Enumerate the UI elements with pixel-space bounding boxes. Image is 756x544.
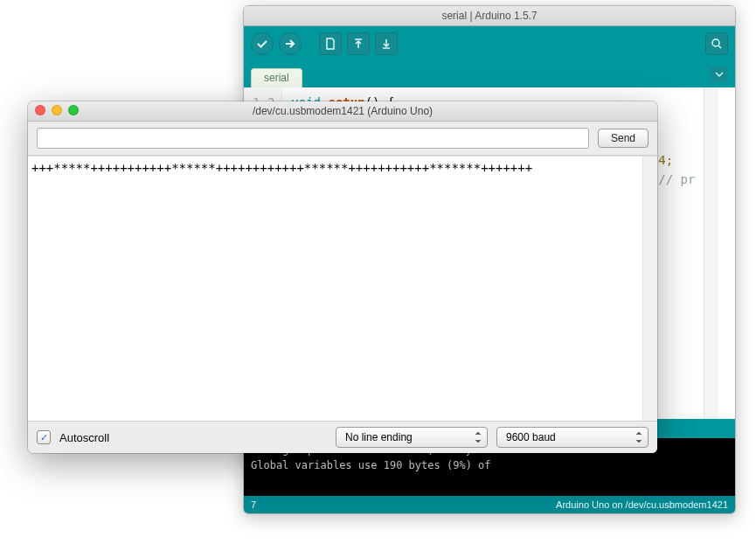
serial-output-area: +++*****+++++++++++******++++++++++++***…	[28, 156, 657, 421]
arrow-right-icon	[284, 38, 296, 50]
ide-tabbar: serial	[244, 61, 735, 87]
serial-bottom-bar: ✓ Autoscroll No line ending 9600 baud	[28, 421, 657, 453]
serial-title-text: /dev/cu.usbmodem1421 (Arduino Uno)	[28, 105, 657, 117]
baud-value: 9600 baud	[506, 431, 556, 443]
verify-button[interactable]	[251, 32, 274, 55]
serial-monitor-window: /dev/cu.usbmodem1421 (Arduino Uno) Send …	[28, 101, 657, 453]
tab-label: serial	[264, 72, 289, 84]
chevron-down-icon	[715, 70, 724, 79]
line-ending-value: No line ending	[345, 431, 413, 443]
serial-scrollbar[interactable]	[642, 157, 657, 421]
ide-statusbar: 7 Arduino Uno on /dev/cu.usbmodem1421	[244, 496, 735, 513]
arrow-down-icon	[381, 38, 392, 50]
ide-titlebar: serial | Arduino 1.5.7	[244, 6, 735, 26]
ide-title-text: serial | Arduino 1.5.7	[441, 10, 537, 22]
serial-titlebar: /dev/cu.usbmodem1421 (Arduino Uno)	[28, 101, 657, 122]
upload-button[interactable]	[279, 32, 302, 55]
magnifier-icon	[711, 38, 723, 50]
console-line: Global variables use 190 bytes (9%) of	[251, 459, 491, 471]
minimize-icon[interactable]	[52, 105, 62, 115]
file-icon	[325, 38, 336, 50]
check-icon	[256, 38, 268, 50]
tab-serial[interactable]: serial	[251, 68, 302, 87]
window-controls	[35, 105, 79, 115]
status-line-number: 7	[251, 499, 256, 510]
zoom-icon[interactable]	[68, 105, 79, 115]
serial-input[interactable]	[37, 128, 589, 149]
serial-monitor-button[interactable]	[705, 32, 728, 55]
serial-output-text[interactable]: +++*****+++++++++++******++++++++++++***…	[28, 157, 642, 421]
line-ending-select[interactable]: No line ending	[336, 427, 488, 448]
serial-send-bar: Send	[28, 122, 657, 156]
new-sketch-button[interactable]	[319, 32, 342, 55]
autoscroll-checkbox[interactable]: ✓	[37, 430, 51, 444]
send-button[interactable]: Send	[598, 129, 648, 148]
status-board-port: Arduino Uno on /dev/cu.usbmodem1421	[556, 499, 728, 510]
editor-scrollbar[interactable]	[704, 87, 718, 419]
close-icon[interactable]	[35, 105, 45, 115]
save-sketch-button[interactable]	[375, 32, 398, 55]
arrow-up-icon	[353, 38, 364, 50]
ide-toolbar	[244, 26, 735, 61]
autoscroll-label: Autoscroll	[59, 431, 109, 444]
baud-select[interactable]: 9600 baud	[496, 427, 648, 448]
open-sketch-button[interactable]	[347, 32, 370, 55]
svg-point-0	[712, 39, 719, 46]
tab-dropdown-button[interactable]	[711, 66, 728, 82]
